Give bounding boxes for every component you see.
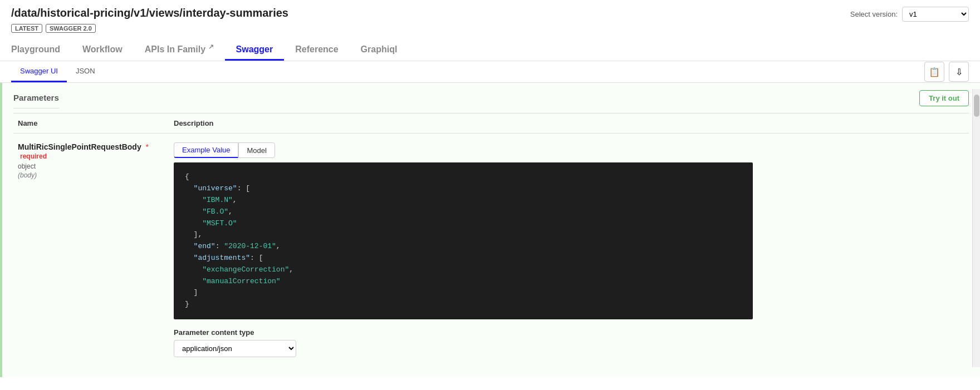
sub-tabs-left: Swagger UI JSON: [11, 61, 104, 82]
param-type: object: [18, 162, 165, 170]
params-table: Name Description MultiRicSinglePointRequ…: [13, 113, 969, 366]
col-name: Name: [13, 113, 169, 134]
page-title: /data/historical-pricing/v1/views/interd…: [11, 7, 969, 19]
params-section: Parameters Try it out Name Description M…: [0, 83, 980, 377]
param-name: MultiRicSinglePointRequestBody * require…: [18, 142, 165, 160]
code-block: { "universe": [ "IBM.N", "FB.O", "MSFT.O…: [174, 162, 753, 319]
badges-container: LATEST SWAGGER 2.0: [11, 24, 969, 33]
params-header: Parameters: [13, 87, 59, 108]
sub-tab-json[interactable]: JSON: [67, 61, 104, 82]
version-label: Select version:: [850, 10, 898, 18]
required-star: *: [146, 142, 149, 151]
tab-swagger[interactable]: Swagger: [225, 40, 285, 61]
tab-apis-in-family[interactable]: APIs In Family ↗: [134, 38, 225, 61]
sub-tab-actions: 📋 ⇩: [924, 62, 969, 82]
content-type-select[interactable]: application/json text/plain: [174, 340, 296, 357]
version-select[interactable]: v1 v2: [902, 7, 969, 22]
sub-tabs-bar: Swagger UI JSON 📋 ⇩: [0, 61, 980, 83]
example-model-tabs: Example Value Model: [174, 142, 964, 158]
external-link-icon: ↗: [208, 43, 214, 51]
version-selector: Select version: v1 v2: [850, 7, 969, 22]
scrollbar[interactable]: [972, 89, 980, 367]
download-icon: ⇩: [955, 67, 963, 77]
tab-workflow[interactable]: Workflow: [71, 40, 134, 61]
tab-playground[interactable]: Playground: [11, 40, 71, 61]
badge-swagger: SWAGGER 2.0: [46, 24, 96, 33]
try-it-out-button[interactable]: Try it out: [919, 90, 969, 106]
required-label: required: [20, 152, 47, 160]
sub-tab-swagger-ui[interactable]: Swagger UI: [11, 61, 67, 82]
content-type-label: Parameter content type: [174, 328, 964, 337]
param-body: (body): [18, 171, 165, 179]
table-row: MultiRicSinglePointRequestBody * require…: [13, 134, 969, 366]
copy-button[interactable]: 📋: [924, 62, 944, 82]
scrollbar-thumb[interactable]: [974, 95, 979, 117]
example-value-tab[interactable]: Example Value: [174, 142, 238, 158]
model-tab[interactable]: Model: [238, 142, 275, 158]
badge-latest: LATEST: [11, 24, 42, 33]
tab-reference[interactable]: Reference: [284, 40, 349, 61]
param-name-cell: MultiRicSinglePointRequestBody * require…: [13, 134, 169, 366]
copy-icon: 📋: [929, 67, 940, 77]
tab-graphiql[interactable]: Graphiql: [350, 40, 409, 61]
param-description-cell: Example Value Model { "universe": [ "IBM…: [169, 134, 969, 366]
main-nav: Playground Workflow APIs In Family ↗ Swa…: [11, 38, 969, 61]
download-button[interactable]: ⇩: [949, 62, 969, 82]
col-description: Description: [169, 113, 969, 134]
top-bar: /data/historical-pricing/v1/views/interd…: [0, 0, 980, 61]
